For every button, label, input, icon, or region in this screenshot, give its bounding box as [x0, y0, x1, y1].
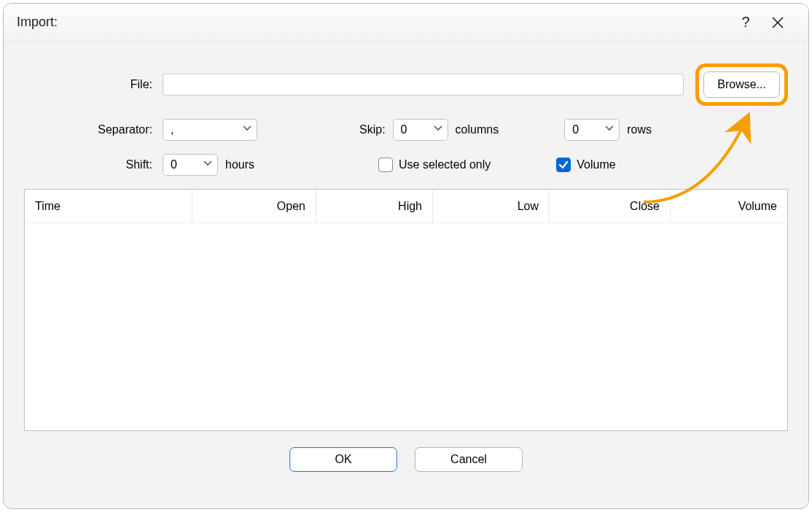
label-separator: Separator: [24, 123, 155, 136]
shift-select[interactable]: 0 [163, 154, 218, 176]
ok-button[interactable]: OK [289, 447, 397, 472]
label-file: File: [24, 78, 155, 91]
chevron-down-icon [604, 123, 614, 136]
table-header-row: Time Open High Low Close Volume [25, 190, 787, 223]
skip-columns-value: 0 [401, 123, 407, 136]
volume-label: Volume [577, 158, 615, 171]
skip-rows-select[interactable]: 0 [564, 119, 620, 141]
label-skip: Skip: [359, 123, 386, 136]
help-icon[interactable]: ? [730, 4, 762, 42]
checkbox-box-checked [556, 158, 571, 172]
label-rows: rows [627, 123, 652, 136]
browse-highlight: Browse... [695, 63, 788, 106]
row-shift-options: Shift: 0 hours Use selected only Vol [24, 154, 788, 176]
close-icon[interactable] [762, 4, 794, 42]
import-dialog: Import: ? File: Browse... Separator: , [3, 3, 809, 509]
separator-select[interactable]: , [163, 119, 257, 141]
titlebar: Import: ? [4, 4, 808, 42]
file-input[interactable] [163, 74, 684, 96]
form-area: File: Browse... Separator: , Skip: 0 [24, 63, 788, 176]
label-columns: columns [456, 123, 499, 136]
chevron-down-icon [242, 123, 252, 136]
row-file: File: Browse... [24, 63, 788, 106]
browse-button[interactable]: Browse... [703, 71, 780, 98]
use-selected-label: Use selected only [399, 158, 491, 171]
dialog-content: File: Browse... Separator: , Skip: 0 [4, 42, 808, 486]
shift-value: 0 [171, 158, 177, 171]
label-hours: hours [225, 158, 254, 171]
dialog-title: Import: [17, 15, 58, 30]
col-open[interactable]: Open [192, 190, 316, 222]
dialog-footer: OK Cancel [24, 447, 788, 472]
skip-columns-select[interactable]: 0 [393, 119, 448, 141]
chevron-down-icon [203, 158, 213, 171]
col-time[interactable]: Time [25, 190, 192, 222]
volume-checkbox[interactable]: Volume [556, 158, 615, 172]
use-selected-checkbox[interactable]: Use selected only [378, 158, 491, 172]
skip-rows-value: 0 [572, 123, 579, 136]
separator-value: , [171, 123, 173, 136]
label-shift: Shift: [24, 158, 155, 171]
col-low[interactable]: Low [433, 190, 550, 222]
row-separator-skip: Separator: , Skip: 0 columns 0 ro [24, 119, 788, 141]
preview-table: Time Open High Low Close Volume [24, 189, 788, 431]
cancel-button[interactable]: Cancel [415, 447, 523, 472]
checkbox-box [378, 158, 393, 172]
col-close[interactable]: Close [550, 190, 671, 222]
col-volume[interactable]: Volume [671, 190, 787, 222]
col-high[interactable]: High [316, 190, 433, 222]
chevron-down-icon [433, 123, 443, 136]
